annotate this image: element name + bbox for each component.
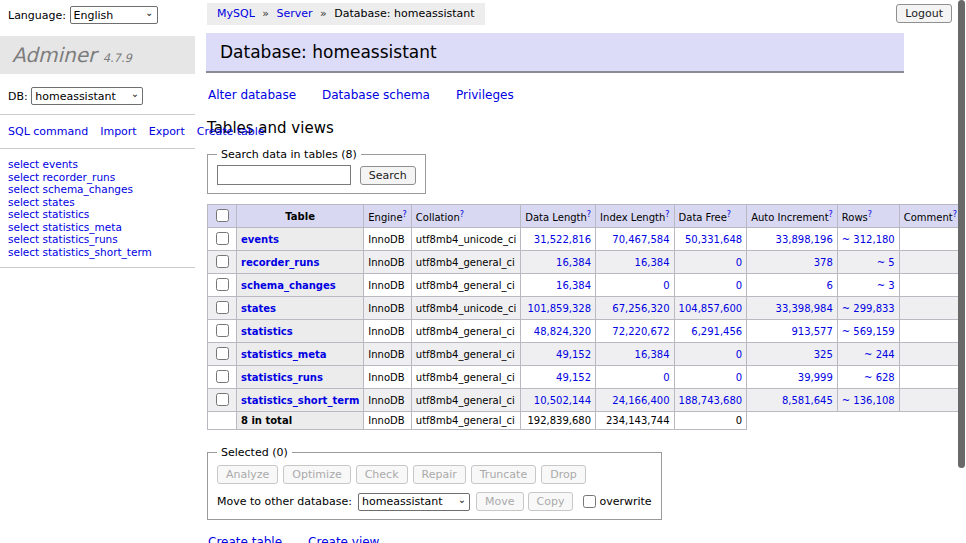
data-free-help-link[interactable]: ? <box>727 210 731 219</box>
scrollbar-thumb[interactable] <box>958 0 965 468</box>
table-name-cell: statistics_runs <box>237 366 364 389</box>
table-link-schema-changes[interactable]: schema_changes <box>241 280 336 291</box>
rows-help-link[interactable]: ? <box>868 210 872 219</box>
copy-button[interactable]: Copy <box>528 492 574 511</box>
collation-cell: utf8mb4_general_ci <box>411 251 520 274</box>
table-link-states[interactable]: states <box>241 303 276 314</box>
index-length-help-link[interactable]: ? <box>665 210 669 219</box>
data-free-cell: 0 <box>674 251 747 274</box>
sidebar-table-links: select eventsselect recorder_runsselect … <box>0 158 195 258</box>
sidebar-actions: SQL commandImportExportCreate table <box>0 124 195 139</box>
row-checkbox-statistics-meta[interactable] <box>216 347 229 360</box>
comment-cell <box>899 343 961 366</box>
comment-cell <box>899 320 961 343</box>
column-header-table: Table <box>237 205 364 228</box>
nav-link-database-schema[interactable]: Database schema <box>322 88 430 102</box>
data-length-help-link[interactable]: ? <box>587 210 591 219</box>
sidebar-item-select-recorder-runs[interactable]: select recorder_runs <box>8 171 187 184</box>
repair-button[interactable]: Repair <box>413 465 466 484</box>
db-row: DB: homeassistant ⌄ <box>8 87 195 105</box>
main-content: Database: homeassistant Alter databaseDa… <box>206 33 904 543</box>
move-row: Move to other database: homeassistant ⌄ … <box>217 492 652 511</box>
move-button[interactable]: Move <box>476 492 524 511</box>
sidebar-item-select-statistics[interactable]: select statistics <box>8 208 187 221</box>
row-checkbox-cell <box>208 251 237 274</box>
table-name-cell: states <box>237 297 364 320</box>
rows-cell: ~ 136,108 <box>837 389 899 412</box>
auto-increment-cell: 325 <box>747 343 838 366</box>
breadcrumb-link-mysql[interactable]: MySQL <box>217 7 255 20</box>
auto-increment-help-link[interactable]: ? <box>829 210 833 219</box>
table-link-events[interactable]: events <box>241 234 279 245</box>
total-empty-cell <box>208 412 237 430</box>
create-link-create-view[interactable]: Create view <box>308 535 379 543</box>
rows-cell: ~ 5 <box>837 251 899 274</box>
nav-link-alter-database[interactable]: Alter database <box>208 88 296 102</box>
data-free-cell: 104,857,600 <box>674 297 747 320</box>
row-checkbox-statistics[interactable] <box>216 324 229 337</box>
sidebar-item-select-statistics-meta[interactable]: select statistics_meta <box>8 221 187 234</box>
row-checkbox-cell <box>208 389 237 412</box>
db-select[interactable]: homeassistant <box>31 87 143 105</box>
total-engine-cell: InnoDB <box>364 412 412 430</box>
sidebar-item-select-schema-changes[interactable]: select schema_changes <box>8 183 187 196</box>
row-checkbox-schema-changes[interactable] <box>216 278 229 291</box>
table-row: schema_changesInnoDButf8mb4_general_ci16… <box>208 274 962 297</box>
select-all-checkbox[interactable] <box>216 209 229 222</box>
language-row: Language: English ⌄ <box>0 0 195 24</box>
sidebar-action-export[interactable]: Export <box>149 125 185 138</box>
table-name-cell: statistics_meta <box>237 343 364 366</box>
sidebar-item-select-states[interactable]: select states <box>8 196 187 209</box>
optimize-button[interactable]: Optimize <box>283 465 350 484</box>
divider <box>0 148 195 149</box>
breadcrumb-separator: » <box>317 7 331 20</box>
breadcrumb-link-server[interactable]: Server <box>277 7 313 20</box>
move-database-select[interactable]: homeassistant <box>358 493 470 511</box>
sidebar-item-select-events[interactable]: select events <box>8 158 187 171</box>
table-name-cell: statistics <box>237 320 364 343</box>
search-button[interactable]: Search <box>360 166 416 185</box>
sidebar-action-create-table[interactable]: Create table <box>197 125 265 138</box>
sidebar-action-import[interactable]: Import <box>100 125 137 138</box>
rows-cell: ~ 628 <box>837 366 899 389</box>
database-nav-links: Alter databaseDatabase schemaPrivileges <box>208 88 904 102</box>
row-checkbox-states[interactable] <box>216 301 229 314</box>
check-button[interactable]: Check <box>356 465 408 484</box>
sidebar-item-select-statistics-short-term[interactable]: select statistics_short_term <box>8 246 187 259</box>
column-header-engine: Engine? <box>364 205 412 228</box>
sidebar-item-select-statistics-runs[interactable]: select statistics_runs <box>8 233 187 246</box>
table-link-statistics-short-term[interactable]: statistics_short_term <box>241 395 359 406</box>
move-buttons: MoveCopy <box>476 492 577 511</box>
nav-link-privileges[interactable]: Privileges <box>456 88 514 102</box>
logout-button[interactable]: Logout <box>896 4 952 23</box>
table-link-recorder-runs[interactable]: recorder_runs <box>241 257 319 268</box>
auto-increment-cell: 33,398,984 <box>747 297 838 320</box>
table-link-statistics[interactable]: statistics <box>241 326 293 337</box>
collation-help-link[interactable]: ? <box>460 210 464 219</box>
search-input[interactable] <box>217 165 351 185</box>
table-link-statistics-runs[interactable]: statistics_runs <box>241 372 323 383</box>
truncate-button[interactable]: Truncate <box>471 465 536 484</box>
comment-cell <box>899 274 961 297</box>
analyze-button[interactable]: Analyze <box>217 465 278 484</box>
column-header-rows: Rows? <box>837 205 899 228</box>
overwrite-checkbox[interactable] <box>583 495 596 508</box>
engine-help-link[interactable]: ? <box>403 210 407 219</box>
sidebar-action-sql-command[interactable]: SQL command <box>8 125 88 138</box>
column-header-data-length: Data Length? <box>521 205 596 228</box>
row-checkbox-recorder-runs[interactable] <box>216 255 229 268</box>
row-checkbox-events[interactable] <box>216 232 229 245</box>
index-length-cell: 72,220,672 <box>596 320 674 343</box>
empty-cell <box>747 412 838 430</box>
row-checkbox-statistics-short-term[interactable] <box>216 393 229 406</box>
table-row: statistics_metaInnoDButf8mb4_general_ci4… <box>208 343 962 366</box>
create-link-create-table[interactable]: Create table <box>208 535 282 543</box>
total-data-length-cell: 192,839,680 <box>521 412 596 430</box>
data-free-cell: 6,291,456 <box>674 320 747 343</box>
table-link-statistics-meta[interactable]: statistics_meta <box>241 349 326 360</box>
drop-button[interactable]: Drop <box>541 465 585 484</box>
breadcrumb: MySQL » Server » Database: homeassistant <box>207 3 485 25</box>
comment-help-link[interactable]: ? <box>953 210 957 219</box>
language-select[interactable]: English <box>70 6 158 24</box>
row-checkbox-statistics-runs[interactable] <box>216 370 229 383</box>
